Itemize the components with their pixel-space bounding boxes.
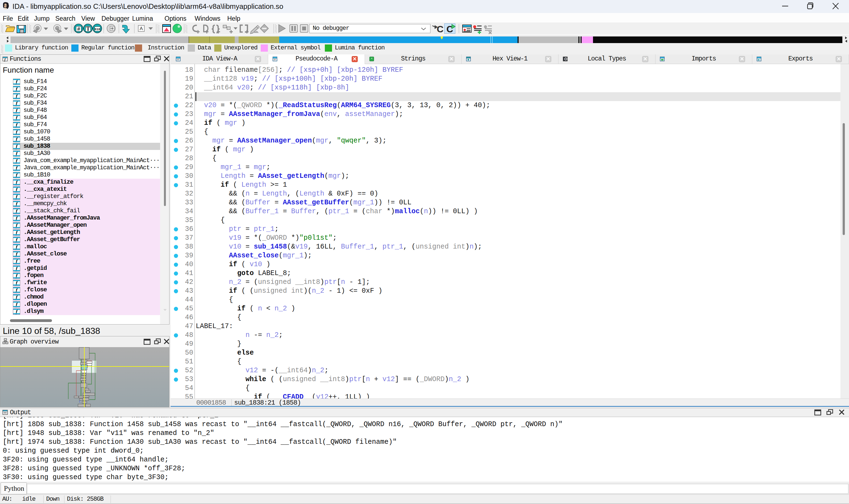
- svg-text:A: A: [140, 26, 143, 31]
- svg-text:010: 010: [95, 28, 100, 31]
- svg-text:C: C: [437, 24, 444, 34]
- svg-text:T: T: [86, 25, 90, 32]
- svg-text:#: #: [77, 26, 80, 32]
